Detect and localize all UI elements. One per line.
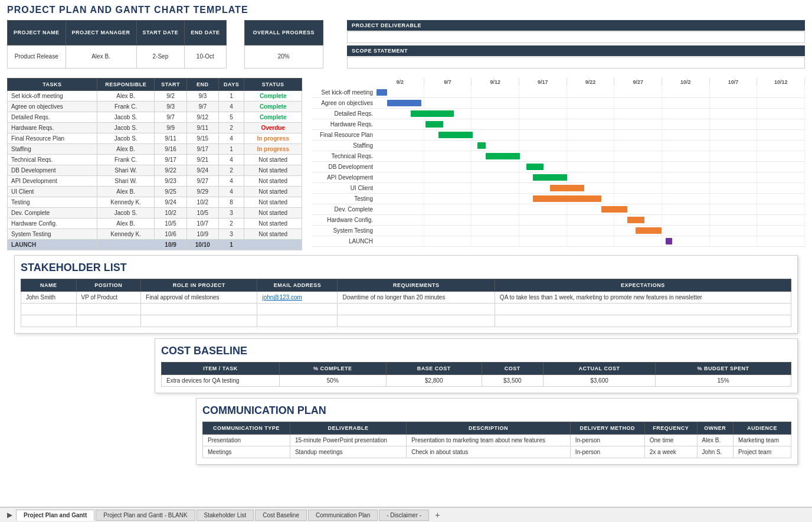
gantt-col-bg	[757, 204, 805, 214]
gantt-row-bars	[376, 183, 805, 193]
cost-baseline-section: COST BASELINE ITEM / TASK % COMPLETE BAS…	[155, 338, 798, 393]
task-days: 4	[218, 187, 244, 197]
list-item	[21, 315, 791, 327]
task-status: In progress	[244, 144, 302, 155]
tab-item[interactable]: Stakeholder List	[197, 510, 254, 521]
task-end: 9/7	[186, 102, 218, 112]
gantt-row-bars	[376, 204, 805, 214]
task-status: Complete	[244, 91, 302, 102]
gantt-col-bg	[424, 141, 472, 151]
gantt-date-label: 10/7	[710, 78, 758, 86]
gantt-row-label: Testing	[312, 195, 376, 202]
gantt-col-bg	[519, 151, 567, 161]
gantt-col-bg	[567, 141, 615, 151]
task-days: 1	[218, 91, 244, 102]
tab-item[interactable]: Project Plan and Gantt - BLANK	[96, 510, 195, 521]
status-badge: Complete	[260, 93, 287, 99]
gantt-row-bars	[376, 151, 805, 161]
stakeholder-section: STAKEHOLDER LIST NAME POSITION ROLE IN P…	[14, 255, 798, 334]
gantt-col-bg	[424, 172, 472, 182]
page-title: PROJECT PLAN AND GANTT CHART TEMPLATE	[7, 5, 805, 15]
gantt-col-bg	[472, 87, 519, 97]
status-badge: Complete	[260, 114, 287, 120]
task-end: 9/27	[186, 176, 218, 187]
tab-prev-arrow[interactable]: ▶	[5, 510, 15, 520]
gantt-bar	[533, 195, 601, 202]
gantt-row-label: UI Client	[312, 185, 376, 191]
table-row: UI Client Alex B. 9/25 9/29 4 Not starte…	[8, 187, 302, 197]
gantt-row-bars	[376, 109, 805, 119]
sh-expectations: EXPECTATIONS	[495, 279, 791, 292]
gantt-row: Set kick-off meeting	[312, 87, 805, 98]
table-row: DB Development Shari W. 9/22 9/24 2 Not …	[8, 165, 302, 176]
gantt-row-label: Hardware Reqs.	[312, 121, 376, 128]
task-end: 9/17	[186, 144, 218, 155]
gantt-col-bg	[567, 162, 615, 172]
table-row: LAUNCH 10/9 10/10 1	[8, 240, 302, 250]
stakeholder-table: NAME POSITION ROLE IN PROJECT EMAIL ADDR…	[21, 279, 791, 327]
table-row: Technical Reqs. Frank C. 9/17 9/21 4 Not…	[8, 155, 302, 165]
gantt-col-bg	[424, 215, 472, 225]
comm-deliverable-cell: 15-minute PowerPoint presentation	[290, 435, 406, 446]
task-end: 9/15	[186, 133, 218, 144]
comm-frequency-header: FREQUENCY	[644, 422, 697, 435]
sh-position: POSITION	[76, 279, 141, 292]
task-start: 9/3	[155, 102, 186, 112]
task-start: 9/23	[155, 176, 186, 187]
status-badge: Not started	[258, 178, 287, 184]
task-responsible: Alex B.	[97, 218, 155, 229]
gantt-bar	[477, 142, 486, 149]
gantt-col-bg	[710, 236, 758, 246]
table-row: Staffing Alex B. 9/16 9/17 1 In progress	[8, 144, 302, 155]
gantt-col-bg	[614, 119, 662, 129]
task-start: 9/7	[155, 112, 186, 123]
gantt-bar	[486, 153, 520, 159]
tab-item[interactable]: Project Plan and Gantt	[16, 510, 94, 521]
gantt-col-bg	[424, 204, 472, 214]
task-days: 4	[218, 133, 244, 144]
task-name: System Testing	[8, 229, 97, 240]
sh-role: ROLE IN PROJECT	[141, 279, 257, 292]
task-responsible: Jacob S.	[97, 208, 155, 218]
task-responsible: Alex B.	[97, 91, 155, 102]
gantt-col-bg	[662, 151, 710, 161]
gantt-col-bg	[710, 204, 758, 214]
status-badge: Overdue	[261, 125, 285, 131]
gantt-row-bars	[376, 98, 805, 108]
gantt-col-bg	[757, 130, 805, 140]
list-item: John Smith VP of Product Final approval …	[21, 292, 791, 304]
email-link[interactable]: john@123.com	[262, 294, 302, 301]
gantt-col-bg	[376, 236, 424, 246]
cost-table: ITEM / TASK % COMPLETE BASE COST COST AC…	[161, 362, 791, 387]
cost-actual-header: ACTUAL COST	[543, 363, 655, 375]
tab-add-button[interactable]: +	[430, 509, 444, 521]
list-item	[21, 304, 791, 315]
tab-item[interactable]: Cost Baseline	[255, 510, 307, 521]
gantt-col-bg	[710, 141, 758, 151]
gantt-col-bg	[424, 226, 472, 236]
gantt-col-bg	[472, 194, 519, 204]
gantt-date-label: 9/12	[472, 78, 519, 86]
gantt-col-bg	[376, 226, 424, 236]
tab-item[interactable]: - Disclaimer -	[379, 510, 429, 521]
task-name: LAUNCH	[8, 240, 97, 250]
comm-deliverable-cell: Standup meetings	[290, 446, 406, 458]
task-days: 8	[218, 197, 244, 208]
comm-table: COMMUNICATION TYPE DELIVERABLE DESCRIPTI…	[202, 422, 791, 458]
col-project-manager: PROJECT MANAGER	[66, 21, 136, 45]
gantt-col-bg	[472, 162, 519, 172]
gantt-col-bg	[567, 215, 615, 225]
comm-type-header: COMMUNICATION TYPE	[203, 422, 290, 435]
comm-description-cell: Presentation to marketing team about new…	[407, 435, 571, 446]
gantt-row-label: System Testing	[312, 227, 376, 234]
task-days: 1	[218, 240, 244, 250]
gantt-col-bg	[472, 172, 519, 182]
tab-item[interactable]: Communication Plan	[308, 510, 378, 521]
gantt-col-bg	[519, 119, 567, 129]
gantt-col-bg	[519, 215, 567, 225]
gantt-col-bg	[614, 141, 662, 151]
gantt-col-bg	[710, 194, 758, 204]
th-tasks: TASKS	[8, 79, 97, 91]
task-status: Not started	[244, 208, 302, 218]
project-manager-value: Alex B.	[66, 45, 136, 68]
